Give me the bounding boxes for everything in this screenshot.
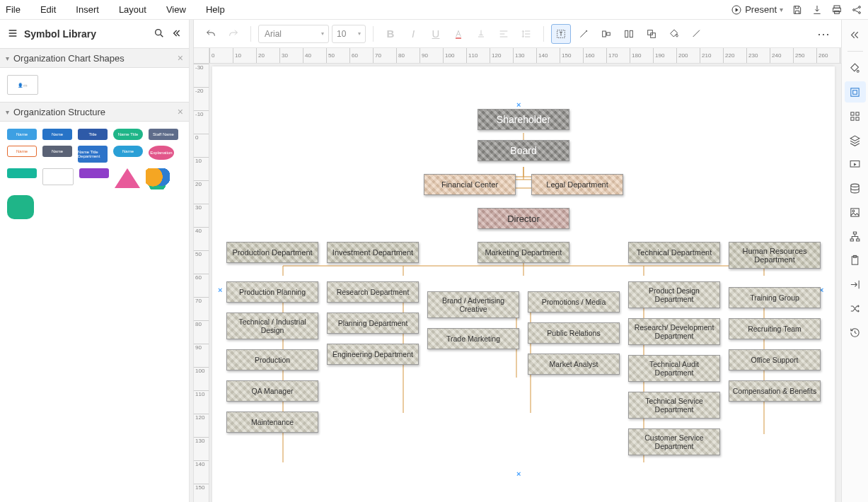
properties-icon[interactable] (845, 81, 866, 103)
redo-button[interactable] (224, 24, 243, 44)
selection-handle-icon[interactable]: × (516, 469, 521, 478)
shape-thumb[interactable]: Title (78, 129, 108, 140)
node-leaf[interactable]: Technical Service Department (628, 392, 720, 419)
node-leaf[interactable]: Office Support (729, 349, 821, 370)
node-leaf[interactable]: Engineering Department (327, 344, 419, 365)
node-leaf[interactable]: Technical / Industrial Design (226, 313, 318, 339)
shape-orgcard[interactable]: 👤 ▭ (7, 75, 38, 95)
italic-button[interactable]: I (403, 24, 423, 44)
shape-thumb[interactable] (7, 168, 37, 178)
image-icon[interactable] (845, 202, 866, 223)
save-icon[interactable] (792, 4, 803, 16)
node-legal[interactable]: Legal Department (531, 174, 623, 195)
node-leaf[interactable]: Brand / Advertising Creative (427, 291, 519, 318)
node-leaf[interactable]: Compensation & Benefits (729, 380, 821, 402)
presentation-icon[interactable] (845, 153, 866, 175)
node-leaf[interactable]: Production Planning (226, 281, 318, 303)
shape-thumb[interactable]: Name (42, 146, 72, 157)
shape-thumb[interactable] (79, 168, 109, 178)
search-icon[interactable] (154, 28, 165, 41)
node-leaf[interactable]: Public Relations (528, 322, 620, 344)
node-leaf[interactable]: Recruiting Team (729, 318, 821, 339)
node-leaf[interactable]: Research Department (327, 281, 419, 303)
shape-thumb[interactable]: Name Title (113, 129, 143, 140)
ruler-vertical[interactable]: -30-20-100102030405060708090100110120130… (194, 64, 209, 502)
org-chart[interactable]: Shareholder Board Financial Center Legal… (212, 109, 835, 455)
node-financial[interactable]: Financial Center (424, 174, 516, 195)
shuffle-icon[interactable] (845, 298, 866, 319)
shape-venn[interactable] (146, 168, 170, 189)
shape-thumb[interactable]: Name (7, 129, 37, 140)
node-leaf[interactable]: Training Group (729, 287, 821, 308)
undo-button[interactable] (201, 24, 221, 44)
node-board[interactable]: Board (478, 140, 569, 161)
distribute-button[interactable] (619, 24, 639, 44)
canvas-scroll[interactable]: × × × × (209, 64, 841, 502)
theme-icon[interactable] (845, 57, 866, 78)
line-style-button[interactable] (687, 24, 707, 44)
more-tools-button[interactable]: ⋯ (814, 24, 834, 44)
menu-edit[interactable]: Edit (40, 4, 56, 15)
node-leaf[interactable]: Trade Marketing (427, 328, 519, 349)
node-leaf[interactable]: Production (226, 349, 318, 370)
menu-view[interactable]: View (166, 4, 186, 15)
node-leaf[interactable]: Market Analyst (528, 354, 620, 375)
export-icon[interactable] (845, 274, 866, 295)
lib-group-org-shapes[interactable]: ▾ Organization Chart Shapes × (0, 48, 189, 68)
node-leaf[interactable]: QA Manager (226, 380, 318, 402)
shape-rounded[interactable] (7, 195, 34, 219)
shape-thumb[interactable]: Explanation (149, 146, 174, 160)
node-director[interactable]: Director (478, 208, 569, 229)
layers-icon[interactable] (845, 129, 866, 151)
underline-button[interactable]: U (426, 24, 446, 44)
font-select[interactable]: Arial▾ (258, 25, 329, 43)
lib-group-org-structure[interactable]: ▾ Organization Structure × (0, 102, 189, 122)
text-color-button[interactable] (449, 24, 468, 44)
node-dept[interactable]: Human Resources Department (729, 242, 821, 269)
close-group-icon[interactable]: × (178, 106, 183, 117)
node-dept[interactable]: Production Department (226, 242, 318, 263)
shape-thumb[interactable]: Name (113, 146, 143, 157)
align-objects-button[interactable] (596, 24, 616, 44)
shape-triangle[interactable] (115, 168, 140, 188)
node-dept[interactable]: Marketing Department (478, 242, 569, 263)
clipboard-icon[interactable] (845, 250, 866, 271)
node-leaf[interactable]: Product Design Department (628, 281, 720, 308)
node-dept[interactable]: Investment Department (327, 242, 419, 263)
tree-icon[interactable] (845, 226, 866, 247)
node-dept[interactable]: Technical Department (628, 242, 720, 263)
history-icon[interactable] (845, 322, 866, 343)
node-leaf[interactable]: Planning Department (327, 313, 419, 334)
close-group-icon[interactable]: × (178, 52, 183, 64)
data-icon[interactable] (845, 177, 866, 199)
selection-handle-icon[interactable]: × (516, 100, 521, 109)
shape-thumb[interactable] (42, 168, 74, 185)
menu-file[interactable]: File (6, 4, 21, 15)
connector-tool-button[interactable] (574, 24, 594, 44)
grid-icon[interactable] (845, 105, 866, 127)
collapse-sidebar-icon[interactable] (170, 28, 182, 41)
shape-thumb[interactable]: Staff Name (149, 129, 178, 140)
highlight-button[interactable] (471, 24, 491, 44)
group-button[interactable] (642, 24, 661, 44)
node-leaf[interactable]: Customer Service Department (628, 428, 720, 455)
text-tool-button[interactable] (551, 24, 571, 44)
ruler-horizontal[interactable]: 0102030405060708090100110120130140150160… (209, 48, 841, 64)
node-leaf[interactable]: Research/ Development Department (628, 318, 720, 345)
share-icon[interactable] (851, 4, 862, 16)
menu-layout[interactable]: Layout (119, 4, 146, 15)
node-leaf[interactable]: Technical Audit Department (628, 355, 720, 382)
node-shareholder[interactable]: Shareholder (478, 109, 569, 130)
fill-button[interactable] (664, 24, 684, 44)
menu-help[interactable]: Help (206, 4, 225, 15)
shape-thumb[interactable]: Name (42, 129, 72, 140)
download-icon[interactable] (811, 4, 823, 16)
node-leaf[interactable]: Promotions / Media (528, 291, 620, 313)
line-spacing-button[interactable] (516, 24, 536, 44)
print-icon[interactable] (831, 4, 843, 16)
fontsize-select[interactable]: 10▾ (332, 25, 366, 43)
bold-button[interactable]: B (381, 24, 400, 44)
page[interactable]: × × × × (212, 66, 835, 502)
shape-thumb[interactable]: Name Title Department (78, 146, 108, 163)
menu-insert[interactable]: Insert (76, 4, 99, 15)
